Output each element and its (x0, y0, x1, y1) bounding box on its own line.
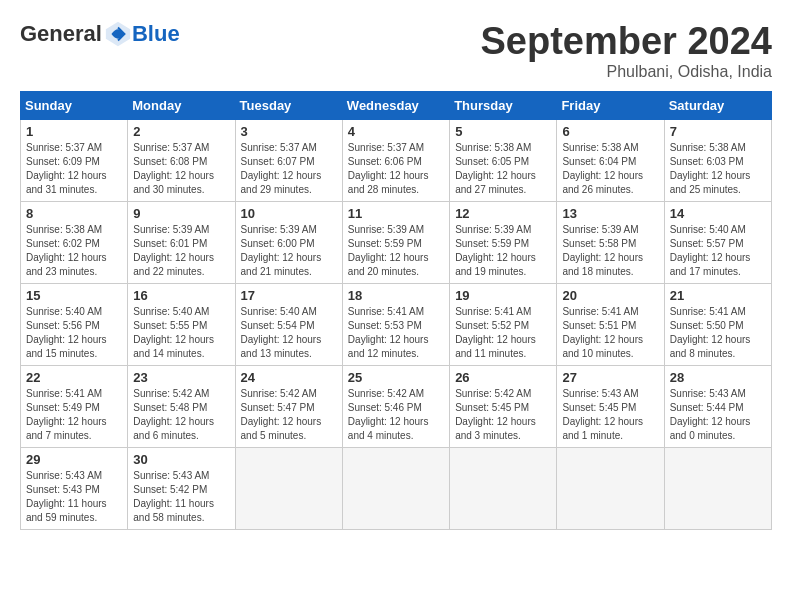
day-number: 26 (455, 370, 551, 385)
day-info: Sunrise: 5:38 AMSunset: 6:03 PMDaylight:… (670, 141, 766, 197)
calendar-cell: 4Sunrise: 5:37 AMSunset: 6:06 PMDaylight… (342, 120, 449, 202)
day-number: 8 (26, 206, 122, 221)
calendar-cell: 30Sunrise: 5:43 AMSunset: 5:42 PMDayligh… (128, 448, 235, 530)
calendar-cell: 18Sunrise: 5:41 AMSunset: 5:53 PMDayligh… (342, 284, 449, 366)
weekday-header-wednesday: Wednesday (342, 92, 449, 120)
calendar-cell: 17Sunrise: 5:40 AMSunset: 5:54 PMDayligh… (235, 284, 342, 366)
day-number: 30 (133, 452, 229, 467)
day-info: Sunrise: 5:42 AMSunset: 5:47 PMDaylight:… (241, 387, 337, 443)
logo-blue-text: Blue (132, 21, 180, 47)
day-number: 13 (562, 206, 658, 221)
day-info: Sunrise: 5:41 AMSunset: 5:49 PMDaylight:… (26, 387, 122, 443)
calendar-cell: 19Sunrise: 5:41 AMSunset: 5:52 PMDayligh… (450, 284, 557, 366)
calendar-cell (235, 448, 342, 530)
calendar-cell: 29Sunrise: 5:43 AMSunset: 5:43 PMDayligh… (21, 448, 128, 530)
day-number: 28 (670, 370, 766, 385)
calendar-cell (664, 448, 771, 530)
calendar-cell: 7Sunrise: 5:38 AMSunset: 6:03 PMDaylight… (664, 120, 771, 202)
calendar-cell: 16Sunrise: 5:40 AMSunset: 5:55 PMDayligh… (128, 284, 235, 366)
calendar-cell: 2Sunrise: 5:37 AMSunset: 6:08 PMDaylight… (128, 120, 235, 202)
calendar-week-4: 22Sunrise: 5:41 AMSunset: 5:49 PMDayligh… (21, 366, 772, 448)
calendar-cell: 20Sunrise: 5:41 AMSunset: 5:51 PMDayligh… (557, 284, 664, 366)
day-info: Sunrise: 5:41 AMSunset: 5:51 PMDaylight:… (562, 305, 658, 361)
calendar-cell (557, 448, 664, 530)
calendar-cell (342, 448, 449, 530)
calendar-week-3: 15Sunrise: 5:40 AMSunset: 5:56 PMDayligh… (21, 284, 772, 366)
day-info: Sunrise: 5:37 AMSunset: 6:07 PMDaylight:… (241, 141, 337, 197)
calendar-week-5: 29Sunrise: 5:43 AMSunset: 5:43 PMDayligh… (21, 448, 772, 530)
calendar-cell: 11Sunrise: 5:39 AMSunset: 5:59 PMDayligh… (342, 202, 449, 284)
day-info: Sunrise: 5:39 AMSunset: 5:59 PMDaylight:… (348, 223, 444, 279)
weekday-header-tuesday: Tuesday (235, 92, 342, 120)
day-number: 14 (670, 206, 766, 221)
logo-general-text: General (20, 21, 102, 47)
calendar-cell: 13Sunrise: 5:39 AMSunset: 5:58 PMDayligh… (557, 202, 664, 284)
weekday-header-sunday: Sunday (21, 92, 128, 120)
day-number: 5 (455, 124, 551, 139)
day-number: 18 (348, 288, 444, 303)
day-number: 21 (670, 288, 766, 303)
day-info: Sunrise: 5:37 AMSunset: 6:09 PMDaylight:… (26, 141, 122, 197)
day-info: Sunrise: 5:42 AMSunset: 5:45 PMDaylight:… (455, 387, 551, 443)
logo-icon (104, 20, 132, 48)
day-number: 1 (26, 124, 122, 139)
day-number: 2 (133, 124, 229, 139)
day-info: Sunrise: 5:42 AMSunset: 5:48 PMDaylight:… (133, 387, 229, 443)
day-number: 24 (241, 370, 337, 385)
calendar-cell: 1Sunrise: 5:37 AMSunset: 6:09 PMDaylight… (21, 120, 128, 202)
day-info: Sunrise: 5:37 AMSunset: 6:08 PMDaylight:… (133, 141, 229, 197)
day-number: 17 (241, 288, 337, 303)
day-info: Sunrise: 5:38 AMSunset: 6:04 PMDaylight:… (562, 141, 658, 197)
day-number: 4 (348, 124, 444, 139)
calendar-header-row: SundayMondayTuesdayWednesdayThursdayFrid… (21, 92, 772, 120)
day-number: 10 (241, 206, 337, 221)
day-number: 22 (26, 370, 122, 385)
day-info: Sunrise: 5:39 AMSunset: 6:00 PMDaylight:… (241, 223, 337, 279)
calendar-cell: 15Sunrise: 5:40 AMSunset: 5:56 PMDayligh… (21, 284, 128, 366)
day-number: 11 (348, 206, 444, 221)
calendar-cell: 21Sunrise: 5:41 AMSunset: 5:50 PMDayligh… (664, 284, 771, 366)
calendar-cell: 25Sunrise: 5:42 AMSunset: 5:46 PMDayligh… (342, 366, 449, 448)
title-area: September 2024 Phulbani, Odisha, India (481, 20, 773, 81)
logo: General Blue (20, 20, 180, 48)
day-info: Sunrise: 5:40 AMSunset: 5:54 PMDaylight:… (241, 305, 337, 361)
day-number: 9 (133, 206, 229, 221)
day-info: Sunrise: 5:43 AMSunset: 5:43 PMDaylight:… (26, 469, 122, 525)
day-info: Sunrise: 5:41 AMSunset: 5:53 PMDaylight:… (348, 305, 444, 361)
day-number: 15 (26, 288, 122, 303)
day-info: Sunrise: 5:43 AMSunset: 5:42 PMDaylight:… (133, 469, 229, 525)
location-subtitle: Phulbani, Odisha, India (481, 63, 773, 81)
calendar-table: SundayMondayTuesdayWednesdayThursdayFrid… (20, 91, 772, 530)
day-info: Sunrise: 5:40 AMSunset: 5:57 PMDaylight:… (670, 223, 766, 279)
calendar-cell: 8Sunrise: 5:38 AMSunset: 6:02 PMDaylight… (21, 202, 128, 284)
day-info: Sunrise: 5:38 AMSunset: 6:02 PMDaylight:… (26, 223, 122, 279)
day-number: 29 (26, 452, 122, 467)
calendar-cell: 28Sunrise: 5:43 AMSunset: 5:44 PMDayligh… (664, 366, 771, 448)
day-number: 12 (455, 206, 551, 221)
weekday-header-monday: Monday (128, 92, 235, 120)
calendar-cell: 10Sunrise: 5:39 AMSunset: 6:00 PMDayligh… (235, 202, 342, 284)
calendar-week-2: 8Sunrise: 5:38 AMSunset: 6:02 PMDaylight… (21, 202, 772, 284)
month-title: September 2024 (481, 20, 773, 63)
calendar-cell: 3Sunrise: 5:37 AMSunset: 6:07 PMDaylight… (235, 120, 342, 202)
weekday-header-friday: Friday (557, 92, 664, 120)
calendar-cell: 26Sunrise: 5:42 AMSunset: 5:45 PMDayligh… (450, 366, 557, 448)
calendar-cell (450, 448, 557, 530)
day-number: 27 (562, 370, 658, 385)
calendar-cell: 24Sunrise: 5:42 AMSunset: 5:47 PMDayligh… (235, 366, 342, 448)
calendar-cell: 5Sunrise: 5:38 AMSunset: 6:05 PMDaylight… (450, 120, 557, 202)
day-number: 25 (348, 370, 444, 385)
day-info: Sunrise: 5:39 AMSunset: 6:01 PMDaylight:… (133, 223, 229, 279)
page-header: General Blue September 2024 Phulbani, Od… (20, 20, 772, 81)
calendar-cell: 9Sunrise: 5:39 AMSunset: 6:01 PMDaylight… (128, 202, 235, 284)
weekday-header-saturday: Saturday (664, 92, 771, 120)
calendar-cell: 22Sunrise: 5:41 AMSunset: 5:49 PMDayligh… (21, 366, 128, 448)
calendar-week-1: 1Sunrise: 5:37 AMSunset: 6:09 PMDaylight… (21, 120, 772, 202)
calendar-cell: 23Sunrise: 5:42 AMSunset: 5:48 PMDayligh… (128, 366, 235, 448)
day-info: Sunrise: 5:41 AMSunset: 5:50 PMDaylight:… (670, 305, 766, 361)
day-info: Sunrise: 5:40 AMSunset: 5:56 PMDaylight:… (26, 305, 122, 361)
calendar-cell: 12Sunrise: 5:39 AMSunset: 5:59 PMDayligh… (450, 202, 557, 284)
day-number: 16 (133, 288, 229, 303)
calendar-cell: 14Sunrise: 5:40 AMSunset: 5:57 PMDayligh… (664, 202, 771, 284)
day-number: 19 (455, 288, 551, 303)
